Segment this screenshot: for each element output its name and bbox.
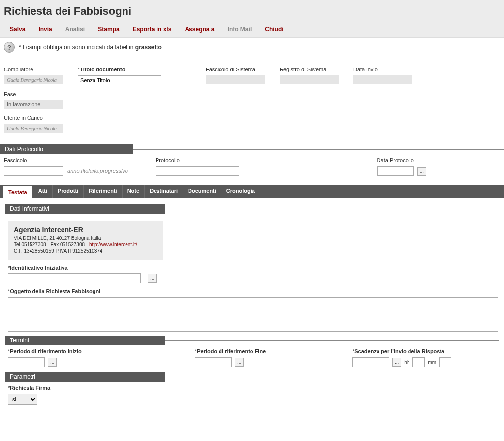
data-protocollo-input[interactable] [377, 166, 414, 176]
tab-prodotti[interactable]: Prodotti [53, 185, 84, 198]
tab-documenti[interactable]: Documenti [183, 185, 221, 198]
data-invio-label: Data invio [353, 67, 412, 72]
data-invio-value [353, 75, 412, 84]
mandatory-info-bar: ? * I campi obbligatori sono indicati da… [0, 38, 504, 57]
chiudi-link[interactable]: Chiudi [265, 26, 283, 33]
tab-testata[interactable]: Testata [3, 186, 32, 198]
oggetto-label: Oggetto della Richiesta Fabbisogni [8, 288, 496, 294]
agency-info-box: Agenzia Intercent-ER VIA DEI MILLE, 21 4… [8, 221, 163, 260]
section-divider [165, 209, 499, 209]
compilatore-label: Compilatore [4, 67, 63, 72]
hh-label: hh [404, 360, 410, 365]
tab-bar: Testata Atti Prodotti Riferimenti Note D… [0, 185, 504, 198]
identificativo-label: Identificativo Iniziativa [8, 265, 496, 271]
section-dati-informativi: Dati Informativi [5, 204, 165, 214]
section-termini: Termini [5, 336, 165, 345]
scadenza-date-input[interactable] [352, 357, 389, 367]
section-divider [165, 340, 499, 341]
tab-destinatari[interactable]: Destinatari [145, 185, 183, 198]
invia-link[interactable]: Invia [38, 26, 52, 33]
utente-carico-value: Guala Berengario Nicola [4, 124, 63, 133]
tab-note[interactable]: Note [123, 185, 145, 198]
registro-sistema-label: Registro di Sistema [280, 67, 339, 72]
fascicolo-sistema-label: Fascicolo di Sistema [206, 67, 265, 72]
agency-address: VIA DEI MILLE, 21 40127 Bologna Italia [14, 236, 157, 241]
scadenza-label: Scadenza per l'invio della Risposta [352, 348, 451, 354]
infomail-link: Info Mail [228, 26, 252, 33]
analisi-link: Analisi [65, 26, 85, 33]
periodo-fine-picker[interactable]: ... [235, 358, 244, 367]
scadenza-hh-input[interactable] [412, 357, 425, 367]
fascicolo-input[interactable] [4, 166, 63, 176]
protocollo-label: Protocollo [156, 157, 239, 163]
compilatore-value: Guala Berengario Nicola [4, 75, 63, 84]
agency-link[interactable]: http://www.intercent.it/ [89, 242, 137, 247]
infobar-bold: grassetto [135, 44, 162, 51]
tab-cronologia[interactable]: Cronologia [221, 185, 260, 198]
section-divider [165, 377, 499, 377]
utente-carico-label: Utente in Carico [4, 115, 63, 121]
assegna-link[interactable]: Assegna a [185, 26, 214, 33]
mm-label: mm [428, 360, 436, 365]
titolo-documento-input[interactable] [78, 75, 161, 85]
esporta-link[interactable]: Esporta in xls [133, 26, 172, 33]
periodo-fine-label: Periodo di riferimento Fine [195, 348, 323, 354]
fascicolo-label: Fascicolo [4, 157, 128, 163]
infobar-text: * I campi obbligatori sono indicati da l… [19, 44, 135, 51]
periodo-inizio-label: Periodo di riferimento Inizio [8, 348, 165, 354]
periodo-fine-input[interactable] [195, 357, 232, 367]
tab-riferimenti[interactable]: Riferimenti [84, 185, 122, 198]
data-protocollo-label: Data Protocollo [377, 157, 426, 163]
richiesta-firma-select[interactable]: si [8, 394, 37, 405]
tab-atti[interactable]: Atti [33, 185, 53, 198]
identificativo-input[interactable] [8, 273, 141, 283]
scadenza-date-picker[interactable]: ... [392, 358, 401, 367]
fase-value: In lavorazione [4, 100, 63, 109]
identificativo-picker[interactable]: ... [148, 274, 157, 283]
page-title: Richiesta dei Fabbisogni [4, 5, 500, 18]
protocollo-input[interactable] [156, 166, 239, 176]
agency-contacts: Tel 051527308 - Fax 051527308 - [14, 242, 89, 247]
agency-title: Agenzia Intercent-ER [14, 226, 157, 234]
stampa-link[interactable]: Stampa [98, 26, 119, 33]
scadenza-mm-input[interactable] [439, 357, 451, 367]
section-parametri: Parametri [5, 372, 165, 382]
salva-link[interactable]: Salva [10, 26, 25, 33]
fascicolo-sistema-value [206, 75, 265, 84]
section-dati-protocollo: Dati Protocollo [0, 144, 133, 154]
periodo-inizio-picker[interactable]: ... [48, 358, 57, 367]
titolo-documento-label: Titolo documento [78, 67, 161, 72]
oggetto-textarea[interactable] [8, 297, 498, 332]
main-toolbar: Salva Invia Analisi Stampa Esporta in xl… [4, 22, 500, 37]
fascicolo-hint: anno.titolario.progressivo [67, 168, 128, 174]
agency-fiscal: C.F. 13428550159 P.IVA IT91252510374 [14, 248, 157, 254]
fase-label: Fase [4, 91, 63, 97]
data-protocollo-picker[interactable]: ... [417, 167, 426, 176]
richiesta-firma-label: Richiesta Firma [8, 385, 496, 391]
help-icon[interactable]: ? [4, 42, 15, 53]
section-divider [133, 149, 504, 150]
periodo-inizio-input[interactable] [8, 357, 45, 367]
registro-sistema-value [280, 75, 339, 84]
